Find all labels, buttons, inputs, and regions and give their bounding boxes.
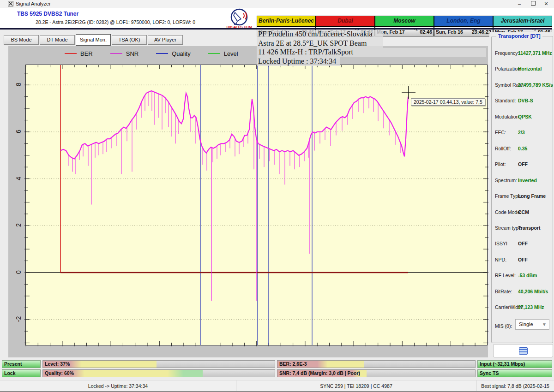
clock-city-label: Jerusalem-Israel: [494, 16, 552, 27]
field-label-6: RollOff:: [495, 146, 511, 151]
field-value-6: 0.35: [518, 146, 527, 151]
legend-label: Level: [224, 50, 238, 57]
legend-swatch-snr: [110, 53, 122, 54]
field-label-14: RF Level:: [495, 273, 516, 278]
window-title: Signal Analyzer: [16, 1, 51, 6]
mis-label: MIS (0):: [495, 323, 512, 329]
field-label-15: BitRate:: [495, 289, 512, 294]
ber-bar: BER: 2,6E-3: [277, 360, 476, 368]
snr-bar: SNR: 7,4 dB (Margin: 3,0 dB | Poor): [277, 369, 476, 377]
signal-analyzer-window: Signal Analyzer – ✕ TBS 5925 DVBS2 Tuner…: [0, 0, 554, 392]
dxsatcs-logo: DXSATCS.COM: [226, 8, 253, 29]
maximize-button[interactable]: [526, 0, 540, 7]
y-tick-label-0: 0: [14, 267, 23, 277]
y-tick-label--2: -2: [14, 315, 23, 324]
clock-city-label: Berlin-Paris-Lučenec: [257, 16, 315, 27]
tab-tsa-ok-[interactable]: TSA (OK): [112, 35, 147, 45]
level-bar-text: Level: 37%: [45, 361, 70, 367]
legend-item-ber: BER: [65, 50, 93, 57]
overlay-line-1: PF Prodelin 450 cm/Lučenec-Slovakia: [257, 30, 383, 39]
lock-badge: Lock: [2, 369, 41, 377]
sync-ts-badge: Sync TS: [477, 369, 552, 377]
y-tick-label-4: 4: [14, 174, 23, 183]
field-label-7: Pilot:: [495, 161, 506, 167]
clock-city-label: Dubai: [316, 16, 374, 27]
clock-date: Sun, Feb 16: [436, 29, 463, 35]
chart-tooltip: 2025-02-17 00.44.13, value: 7,5: [411, 98, 485, 106]
overlay-line-4: Locked Uptime : 37:34:34: [257, 57, 340, 66]
input-badge: Input (~32,31 Mbps): [477, 360, 552, 368]
level-bar: Level: 37%: [42, 360, 275, 368]
signal-chart-widget: BERSNRQualityLevel 2025-02-17 00.44.13, …: [8, 46, 488, 357]
overlay-line-3: 11 426 MHz-H : TRP/TalkSport: [257, 48, 486, 57]
tab-av-player[interactable]: AV Player: [148, 35, 183, 45]
chart-plot-area[interactable]: 2025-02-17 00.44.13, value: 7,5: [25, 65, 488, 345]
status-best-signal: Best signal: 7,8 dB (2025-02-15 20:23): [476, 380, 554, 392]
status-sync: SYNC 259 | TEI 18209 | CC 4987: [236, 380, 476, 392]
mis-value: Single: [519, 321, 533, 327]
field-label-0: Frequency:: [495, 50, 519, 56]
chart-svg: [26, 65, 487, 345]
legend-label: BER: [80, 50, 93, 57]
chart-legend: BERSNRQualityLevel: [65, 48, 238, 59]
field-label-13: NPD:: [495, 257, 506, 262]
field-value-8: Inverted: [518, 178, 537, 183]
legend-item-quality: Quality: [156, 50, 190, 57]
field-value-0: 11427,371 MHz: [518, 50, 552, 56]
legend-item-level: Level: [208, 50, 238, 57]
field-value-3: DVB-S: [518, 98, 533, 103]
field-value-4: QPSK: [518, 114, 532, 119]
field-value-9: Long Frame: [518, 193, 546, 199]
field-value-14: -53 dBm: [518, 273, 537, 278]
overlay-line-2: Astra 2E at 28.5°E_UK SPOT Beam: [257, 39, 383, 48]
clock-time: 02:46: [420, 29, 432, 35]
tab-dt-mode[interactable]: DT Mode: [40, 35, 75, 45]
clock-city-label: Moscow: [375, 16, 434, 27]
stream-record-button[interactable]: [493, 344, 553, 357]
field-value-16: 37,123 MHz: [518, 304, 544, 310]
tuner-subtitle: 28.2E - Astra 2E/2F/2G (ID: 0282) @ LOF1…: [36, 19, 195, 25]
present-badge: Present: [2, 360, 41, 368]
quality-bar: Quality: 60%: [42, 369, 275, 377]
tab-signal-mon-[interactable]: Signal Mon.: [76, 34, 111, 46]
field-label-3: Standard:: [495, 98, 516, 103]
field-value-12: OFF: [518, 241, 528, 246]
minimize-button[interactable]: –: [512, 0, 526, 7]
y-tick-label-8: 8: [14, 80, 23, 89]
title-bar: Signal Analyzer – ✕: [0, 0, 554, 8]
header-separator: [0, 28, 552, 30]
clock-2: MoscowMon, Feb 17+202:46: [375, 16, 434, 36]
field-label-8: Spectrum:: [495, 178, 517, 183]
status-bar: Locked -> Uptime: 37:34:34 SYNC 259 | TE…: [0, 380, 554, 392]
chevron-down-icon: ▼: [542, 320, 547, 329]
tab-bs-mode[interactable]: BS Mode: [4, 35, 39, 45]
field-value-11: Transport: [518, 225, 540, 231]
field-value-1: Horizontal: [518, 66, 542, 71]
field-label-10: Code Mode:: [495, 209, 521, 215]
field-value-15: 40,206 Mbit/s: [518, 289, 548, 294]
transponder-panel: Transponder [DT] Frequency:11427,371 MHz…: [489, 32, 554, 392]
clock-3: London, EngSun, Feb 16-123:46:22: [434, 16, 494, 36]
quality-bar-text: Quality: 60%: [45, 370, 74, 376]
field-label-5: FEC:: [495, 130, 506, 135]
legend-swatch-quality: [156, 53, 168, 54]
field-value-2: 27499,789 KS/s: [518, 82, 553, 88]
mis-dropdown[interactable]: Single ▼: [515, 319, 549, 330]
tuner-title: TBS 5925 DVBS2 Tuner: [17, 11, 78, 17]
clock-city-label: London, Eng: [434, 16, 493, 27]
field-value-13: OFF: [518, 257, 528, 262]
app-icon: [8, 1, 13, 6]
y-tick-label-2: 2: [14, 220, 23, 230]
field-label-12: ISSYI: [495, 241, 507, 246]
ber-bar-text: BER: 2,6E-3: [279, 361, 307, 367]
header: TBS 5925 DVBS2 Tuner 28.2E - Astra 2E/2F…: [0, 8, 554, 29]
field-value-5: 2/3: [518, 130, 525, 135]
field-label-4: Modulation:: [495, 114, 520, 119]
transponder-title: Transponder [DT]: [496, 33, 542, 39]
maximize-icon: [531, 1, 536, 6]
field-value-7: OFF: [518, 161, 528, 167]
y-tick-label-6: 6: [14, 127, 23, 136]
close-button[interactable]: ✕: [539, 0, 553, 7]
legend-label: SNR: [126, 50, 138, 57]
legend-swatch-level: [208, 53, 220, 54]
